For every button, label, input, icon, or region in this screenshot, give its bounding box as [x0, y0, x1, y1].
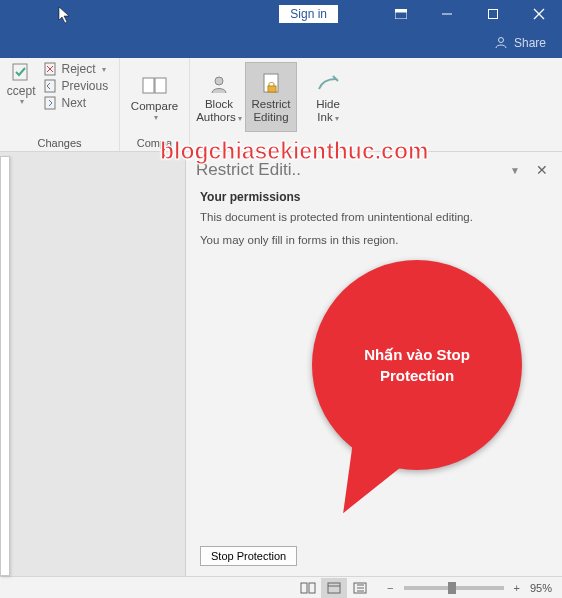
ribbon: ccept ▾ Reject▾ Previous Next Changes	[0, 58, 562, 152]
zoom-in-button[interactable]: +	[510, 582, 524, 594]
svg-rect-20	[328, 583, 340, 593]
permissions-text-1: This document is protected from unintent…	[200, 210, 548, 225]
previous-button[interactable]: Previous	[40, 79, 113, 93]
maximize-button[interactable]	[470, 0, 516, 28]
next-button[interactable]: Next	[40, 96, 113, 110]
compare-button[interactable]: Compare ▾	[129, 62, 181, 132]
zoom-slider[interactable]	[404, 586, 504, 590]
svg-rect-17	[268, 86, 276, 92]
web-layout-button[interactable]	[347, 578, 373, 598]
svg-point-6	[498, 37, 503, 42]
restrict-editing-pane: Restrict Editi.. ▼ ✕ Your permissions Th…	[185, 152, 562, 576]
group-label-compare: Compa	[137, 137, 172, 149]
cursor-pointer-icon	[58, 6, 72, 29]
content-area: Restrict Editi.. ▼ ✕ Your permissions Th…	[0, 152, 562, 576]
stop-protection-button[interactable]: Stop Protection	[200, 546, 297, 566]
document-page	[0, 156, 10, 576]
ribbon-display-icon[interactable]	[378, 0, 424, 28]
ribbon-group-protect: Block Authors▾ Restrict Editing	[190, 58, 300, 151]
restrict-editing-button[interactable]: Restrict Editing	[245, 62, 297, 132]
document-area[interactable]	[0, 152, 185, 576]
svg-rect-19	[309, 583, 315, 593]
svg-rect-12	[45, 97, 55, 109]
share-bar: Share	[0, 28, 562, 58]
ribbon-group-compare: Compare ▾ Compa	[120, 58, 190, 151]
zoom-controls: − + 95%	[383, 582, 552, 594]
svg-rect-18	[301, 583, 307, 593]
window-controls	[378, 0, 562, 28]
ribbon-group-changes: ccept ▾ Reject▾ Previous Next Changes	[0, 58, 120, 151]
share-button[interactable]: Share	[514, 36, 546, 50]
status-bar: − + 95%	[0, 576, 562, 598]
block-authors-button[interactable]: Block Authors▾	[193, 62, 245, 132]
share-icon	[494, 35, 508, 52]
zoom-out-button[interactable]: −	[383, 582, 397, 594]
ribbon-group-ink: Hide Ink▾	[300, 58, 356, 151]
title-bar: Sign in	[0, 0, 562, 28]
group-label-changes: Changes	[37, 137, 81, 149]
close-button[interactable]	[516, 0, 562, 28]
svg-rect-13	[143, 78, 154, 93]
svg-point-15	[215, 77, 223, 85]
permissions-text-2: You may only fill in forms in this regio…	[200, 233, 548, 248]
svg-rect-1	[395, 9, 407, 12]
reject-button[interactable]: Reject▾	[40, 62, 113, 76]
svg-rect-7	[13, 64, 27, 80]
hide-ink-button[interactable]: Hide Ink▾	[302, 62, 354, 132]
read-mode-button[interactable]	[295, 578, 321, 598]
svg-rect-3	[489, 10, 498, 19]
print-layout-button[interactable]	[321, 578, 347, 598]
pane-options-dropdown[interactable]: ▼	[506, 161, 524, 180]
accept-button[interactable]: ccept ▾	[7, 62, 36, 107]
pane-close-button[interactable]: ✕	[532, 160, 552, 180]
minimize-button[interactable]	[424, 0, 470, 28]
sign-in-button[interactable]: Sign in	[279, 5, 338, 23]
svg-rect-14	[155, 78, 166, 93]
permissions-heading: Your permissions	[200, 190, 548, 204]
pane-title: Restrict Editi..	[196, 160, 498, 180]
zoom-level[interactable]: 95%	[530, 582, 552, 594]
